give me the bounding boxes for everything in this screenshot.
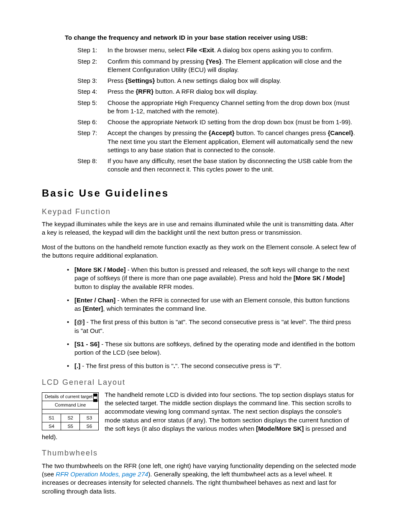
bullet-list: [More SK / Mode] - When this button is p…: [67, 266, 357, 371]
step-label: Step 4:: [77, 87, 107, 96]
step-row: Step 6: Choose the appropriate Network I…: [77, 118, 357, 126]
step-list: Step 1: In the browser menu, select File…: [77, 46, 357, 174]
lcd-diagram: Details of current target Command Line S…: [42, 392, 99, 430]
step-label: Step 6:: [77, 118, 107, 126]
step-label: Step 8:: [77, 157, 107, 174]
step-body: Choose the appropriate High Frequency Ch…: [107, 99, 357, 116]
body-text: The two thumbwheels on the RFR (one left…: [42, 462, 357, 496]
step-label: Step 7:: [77, 129, 107, 154]
step-row: Step 7: Accept the changes by pressing t…: [77, 129, 357, 154]
thumbwheels-heading: Thumbwheels: [42, 448, 357, 458]
step-row: Step 3: Press {Settings} button. A new s…: [77, 77, 357, 85]
step-row: Step 1: In the browser menu, select File…: [77, 46, 357, 54]
step-row: Step 8: If you have any difficulty, rese…: [77, 157, 357, 174]
step-label: Step 3:: [77, 77, 107, 85]
step-body: Choose the appropriate Network ID settin…: [107, 118, 357, 126]
step-body: Confirm this command by pressing {Yes}. …: [107, 57, 357, 74]
lcd-heading: LCD General Layout: [42, 377, 357, 387]
step-body: Accept the changes by pressing the {Acce…: [107, 129, 357, 154]
xref-link[interactable]: RFR Operation Modes, page 274: [56, 471, 148, 478]
body-text: Most of the buttons on the handheld remo…: [42, 243, 357, 260]
step-body: Press the {RFR} button. A RFR dialog box…: [107, 87, 357, 96]
list-item: [.] - The first press of this button is …: [67, 362, 357, 370]
list-item: [S1 - S6] - These six buttons are softke…: [67, 340, 357, 357]
step-row: Step 4: Press the {RFR} button. A RFR di…: [77, 87, 357, 96]
list-item: [Enter / Chan] - When the RFR is connect…: [67, 296, 357, 313]
step-body: Press {Settings} button. A new settings …: [107, 77, 357, 85]
lcd-block: Details of current target Command Line S…: [42, 391, 357, 442]
step-row: Step 5: Choose the appropriate High Freq…: [77, 99, 357, 116]
scroll-icon: [93, 394, 97, 402]
step-label: Step 1:: [77, 46, 107, 54]
step-label: Step 2:: [77, 57, 107, 74]
intro-heading: To change the frequency and network ID i…: [65, 33, 357, 42]
list-item: [More SK / Mode] - When this button is p…: [67, 266, 357, 291]
body-text: The keypad illuminates while the keys ar…: [42, 220, 357, 237]
step-body: In the browser menu, select File <Exit. …: [107, 46, 357, 54]
section-heading: Basic Use Guidelines: [42, 187, 357, 200]
step-row: Step 2: Confirm this command by pressing…: [77, 57, 357, 74]
step-label: Step 5:: [77, 99, 107, 116]
list-item: [@] - The first press of this button is …: [67, 318, 357, 335]
step-body: If you have any difficulty, reset the ba…: [107, 157, 357, 174]
keypad-heading: Keypad Function: [42, 207, 357, 217]
